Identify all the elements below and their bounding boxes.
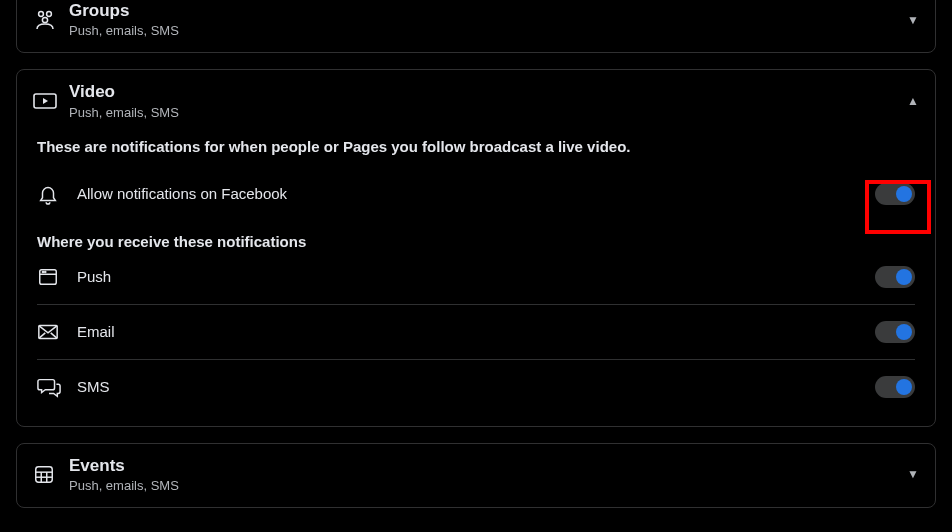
section-groups: Groups Push, emails, SMS ▼ xyxy=(16,0,936,53)
section-events-subtitle: Push, emails, SMS xyxy=(69,478,907,493)
section-video-header[interactable]: Video Push, emails, SMS ▲ xyxy=(17,70,935,133)
svg-rect-9 xyxy=(36,467,53,483)
svg-point-6 xyxy=(42,271,43,272)
channel-email-row: Email xyxy=(37,311,915,353)
svg-point-1 xyxy=(47,11,52,16)
chevron-down-icon: ▼ xyxy=(907,467,919,481)
groups-icon xyxy=(33,10,69,30)
section-video: Video Push, emails, SMS ▲ These are noti… xyxy=(16,69,936,426)
calendar-icon xyxy=(33,463,69,485)
channel-push-label: Push xyxy=(77,268,875,285)
channel-push-row: Push xyxy=(37,256,915,298)
channel-sms-label: SMS xyxy=(77,378,875,395)
channel-push-toggle[interactable] xyxy=(875,266,915,288)
video-description: These are notifications for when people … xyxy=(37,138,915,155)
bell-icon xyxy=(37,183,77,205)
section-events-header[interactable]: Events Push, emails, SMS ▼ xyxy=(17,444,935,507)
svg-point-2 xyxy=(42,17,47,22)
sms-icon xyxy=(37,376,77,398)
email-icon xyxy=(37,323,77,341)
section-groups-subtitle: Push, emails, SMS xyxy=(69,23,907,38)
allow-notifications-toggle[interactable] xyxy=(875,183,915,205)
svg-point-0 xyxy=(39,11,44,16)
section-video-subtitle: Push, emails, SMS xyxy=(69,105,907,120)
chevron-down-icon: ▼ xyxy=(907,13,919,27)
divider xyxy=(37,359,915,360)
section-groups-header[interactable]: Groups Push, emails, SMS ▼ xyxy=(17,0,935,52)
section-events: Events Push, emails, SMS ▼ xyxy=(16,443,936,508)
svg-point-7 xyxy=(45,271,46,272)
video-icon xyxy=(33,91,69,111)
allow-notifications-row: Allow notifications on Facebook xyxy=(37,173,915,215)
section-events-title: Events xyxy=(69,456,907,476)
channel-email-toggle[interactable] xyxy=(875,321,915,343)
allow-notifications-label: Allow notifications on Facebook xyxy=(77,185,875,202)
chevron-up-icon: ▲ xyxy=(907,94,919,108)
section-groups-title: Groups xyxy=(69,1,907,21)
section-video-title: Video xyxy=(69,82,907,102)
channel-email-label: Email xyxy=(77,323,875,340)
browser-icon xyxy=(37,266,77,288)
channel-sms-toggle[interactable] xyxy=(875,376,915,398)
channel-sms-row: SMS xyxy=(37,366,915,408)
divider xyxy=(37,304,915,305)
where-heading: Where you receive these notifications xyxy=(37,233,915,250)
